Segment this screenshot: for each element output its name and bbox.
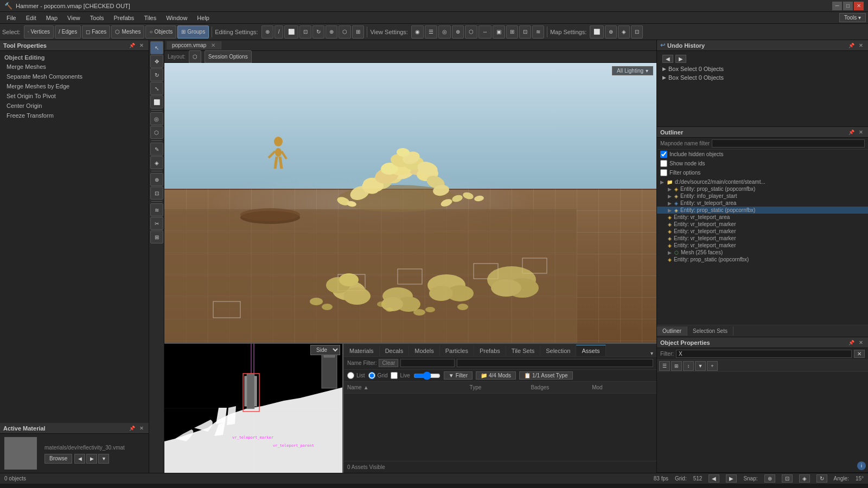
outliner-pin-icon[interactable]: 📌 — [847, 129, 855, 136]
viewport-3d[interactable]: All Lighting ▾ — [164, 63, 656, 343]
menu-file[interactable]: File — [2, 14, 21, 22]
tool-compound-btn[interactable]: ⊞ — [150, 230, 163, 243]
list-radio[interactable] — [347, 372, 354, 379]
view-btn2[interactable]: ☰ — [425, 25, 437, 38]
edit-extra1-btn[interactable]: ⬡ — [339, 25, 351, 38]
tree-item-5[interactable]: ◈ Entity: vr_teleport_area — [657, 214, 868, 221]
menu-window[interactable]: Window — [162, 14, 192, 22]
tree-item-root[interactable]: ▶ 📁 d:/dev/source2/main/content/steamt..… — [657, 178, 868, 185]
freeze-transform-item[interactable]: Freeze Transform — [0, 111, 149, 120]
tab-materials[interactable]: Materials — [344, 345, 380, 356]
merge-by-edge-item[interactable]: Merge Meshes by Edge — [0, 81, 149, 91]
undo-item-1[interactable]: ▶ Box Select 0 Objects — [660, 65, 865, 73]
obj-filter-input[interactable] — [676, 350, 852, 358]
viewport-tab-main[interactable]: popcorn.vmap ✕ — [167, 41, 221, 49]
tab-models[interactable]: Models — [409, 345, 439, 356]
asset-type-btn[interactable]: 📋 1/1 Asset Type — [519, 371, 572, 380]
tree-item-8[interactable]: ◈ Entity: vr_teleport_marker — [657, 235, 868, 242]
info-icon[interactable]: i — [857, 461, 866, 470]
tool-poly-btn[interactable]: ⬡ — [150, 126, 163, 139]
tool-rotate-btn[interactable]: ↻ — [150, 68, 163, 81]
select-vertices-btn[interactable]: · Vertices — [24, 25, 54, 38]
tab-prefabs[interactable]: Prefabs — [474, 345, 506, 356]
map-btn4[interactable]: ⊡ — [631, 25, 643, 38]
col-mod[interactable]: Mod — [592, 384, 653, 390]
menu-edit[interactable]: Edit — [22, 14, 41, 22]
tree-item-4[interactable]: ▶ ◈ Entity: prop_static (popcornfbx) — [657, 207, 868, 214]
view-btn5[interactable]: ⬡ — [465, 25, 477, 38]
undo-pin-icon[interactable]: 📌 — [847, 42, 855, 49]
filter-options-checkbox[interactable] — [660, 169, 667, 176]
grid-radio[interactable] — [368, 372, 375, 379]
tab-selection[interactable]: Selection — [540, 345, 576, 356]
obj-prop-sort-btn[interactable]: ↕ — [683, 361, 694, 371]
session-options-btn[interactable]: Session Options — [205, 50, 252, 63]
menu-map[interactable]: Map — [42, 14, 62, 22]
tool-select-btn[interactable]: ↖ — [150, 41, 163, 54]
material-pin-icon[interactable]: 📌 — [128, 425, 136, 432]
obj-props-pin-icon[interactable]: 📌 — [847, 339, 855, 346]
close-button[interactable]: ✕ — [854, 2, 864, 10]
undo-back-btn[interactable]: ◀ — [662, 55, 673, 63]
col-type[interactable]: Type — [470, 384, 531, 390]
mat-btn-3[interactable]: ▼ — [98, 454, 109, 464]
tool-circle-btn[interactable]: ◎ — [150, 112, 163, 125]
tool-stamp-btn[interactable]: ◈ — [150, 156, 163, 169]
tool-grid-tool-btn[interactable]: ⊡ — [150, 187, 163, 200]
tab-tilesets[interactable]: Tile Sets — [506, 345, 540, 356]
col-badges[interactable]: Badges — [531, 384, 592, 390]
tool-scale-btn[interactable]: ⤡ — [150, 82, 163, 95]
tool-add-btn[interactable]: ⊕ — [150, 173, 163, 186]
select-meshes-btn[interactable]: ⬡ Meshes — [111, 25, 144, 38]
merge-meshes-item[interactable]: Merge Meshes — [0, 62, 149, 72]
map-btn2[interactable]: ⊕ — [605, 25, 617, 38]
undo-forward-btn[interactable]: ▶ — [675, 55, 686, 63]
menu-view[interactable]: View — [63, 14, 85, 22]
asset-tab-dropdown[interactable]: ▾ — [647, 350, 656, 356]
mapnode-filter-input[interactable] — [712, 139, 865, 147]
snap-btn1[interactable]: ⊕ — [764, 474, 775, 483]
set-origin-item[interactable]: Set Origin To Pivot — [0, 91, 149, 101]
undo-close-icon[interactable]: ✕ — [857, 42, 865, 49]
obj-prop-list-btn[interactable]: ☰ — [659, 361, 670, 371]
tree-item-11[interactable]: ◈ Entity: prop_static (popcornfbx) — [657, 256, 868, 263]
tool-wave-btn[interactable]: ≋ — [150, 203, 163, 216]
view-btn6[interactable]: ↔ — [478, 25, 492, 38]
view-btn9[interactable]: ⊡ — [519, 25, 531, 38]
panel-close-icon[interactable]: ✕ — [138, 42, 145, 49]
live-checkbox[interactable] — [391, 372, 398, 379]
view-btn1[interactable]: ◉ — [411, 25, 424, 38]
grid-increase-btn[interactable]: ▶ — [726, 474, 737, 483]
edit-snap-btn[interactable]: ⊕ — [261, 25, 273, 38]
filter-btn[interactable]: ▼ Filter — [444, 371, 473, 380]
tab-decals[interactable]: Decals — [380, 345, 410, 356]
mat-btn-2[interactable]: ▶ — [86, 454, 97, 464]
viewport-mode-select[interactable]: Side — [310, 345, 340, 355]
size-slider[interactable] — [413, 371, 441, 380]
snap-btn3[interactable]: ◈ — [799, 474, 810, 483]
tools-dropdown[interactable]: Tools ▾ — [839, 13, 866, 22]
select-objects-btn[interactable]: ○ Objects — [145, 25, 176, 38]
view-btn10[interactable]: ≋ — [532, 25, 544, 38]
lighting-mode-btn[interactable]: All Lighting ▾ — [612, 66, 653, 75]
edit-local-btn[interactable]: ↻ — [312, 25, 324, 38]
outliner-tab-selection[interactable]: Selection Sets — [687, 326, 733, 336]
outliner-tab-main[interactable]: Outliner — [657, 326, 687, 336]
undo-item-2[interactable]: ▶ Box Select 0 Objects — [660, 73, 865, 82]
menu-tools[interactable]: Tools — [86, 14, 108, 22]
tree-item-2[interactable]: ▶ ◈ Entity: info_player_start — [657, 192, 868, 200]
menu-tiles[interactable]: Tiles — [139, 14, 161, 22]
browse-button[interactable]: Browse — [44, 454, 72, 464]
tree-item-9[interactable]: ◈ Entity: vr_teleport_marker — [657, 242, 868, 249]
tree-item-3[interactable]: ▶ ◈ Entity: vr_teleport_area — [657, 200, 868, 207]
outliner-close-icon[interactable]: ✕ — [857, 129, 865, 136]
separate-mesh-item[interactable]: Separate Mesh Components — [0, 72, 149, 81]
tool-cut-btn[interactable]: ✂ — [150, 217, 163, 230]
edit-extra2-btn[interactable]: ⊞ — [352, 25, 364, 38]
tree-item-7[interactable]: ◈ Entity: vr_teleport_marker — [657, 228, 868, 235]
obj-filter-clear-btn[interactable]: ✕ — [854, 350, 865, 358]
layout-btn[interactable]: ⬡ — [189, 50, 201, 63]
map-btn1[interactable]: ⬜ — [590, 25, 604, 38]
asset-search-input[interactable] — [457, 359, 653, 367]
view-btn4[interactable]: ⊕ — [452, 25, 464, 38]
